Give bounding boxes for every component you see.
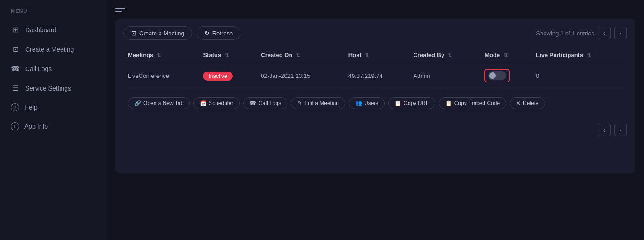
cell-mode: [480, 63, 531, 88]
sort-status-icon[interactable]: ⇅: [225, 53, 229, 58]
sidebar-item-label: Dashboard: [25, 26, 56, 34]
action-row: 🔗 Open a New Tab 📅 Scheduler ☎ Call Logs: [123, 92, 627, 111]
cell-created-by: Admin: [409, 63, 480, 88]
refresh-button[interactable]: ↻ Refresh: [197, 26, 241, 40]
col-created-on: Created On ⇅: [256, 47, 344, 63]
cell-live-participants: 0: [531, 63, 627, 88]
action-row-tr: 🔗 Open a New Tab 📅 Scheduler ☎ Call Logs: [123, 88, 627, 115]
users-button[interactable]: 👥 Users: [349, 97, 385, 109]
bottom-next-button[interactable]: ›: [614, 124, 627, 136]
meetings-panel: ⊡ Create a Meeting ↻ Refresh Showing 1 o…: [115, 19, 635, 173]
call-logs-action-button[interactable]: ☎ Call Logs: [243, 97, 287, 109]
scheduler-button[interactable]: 📅 Scheduler: [193, 97, 240, 109]
edit-icon: ✎: [297, 100, 302, 106]
create-meeting-label: Create a Meeting: [139, 30, 184, 37]
dashboard-icon: ⊞: [11, 25, 20, 34]
mode-toggle[interactable]: [488, 71, 506, 80]
sort-created-by-icon[interactable]: ⇅: [448, 53, 452, 58]
sidebar-item-label: Call Logs: [25, 65, 52, 72]
status-badge: Inactive: [203, 72, 232, 81]
refresh-label: Refresh: [212, 30, 233, 37]
toolbar-left: ⊡ Create a Meeting ↻ Refresh: [123, 26, 240, 40]
sidebar-item-service-settings[interactable]: ☰ Service Settings: [0, 78, 106, 98]
col-live-participants: Live Participants ⇅: [531, 47, 627, 63]
col-mode: Mode ⇅: [480, 47, 531, 63]
call-logs-icon: ☎: [11, 64, 20, 73]
sidebar: MENU ⊞ Dashboard ⊡ Create a Meeting ☎ Ca…: [0, 0, 106, 240]
users-icon: 👥: [355, 100, 362, 106]
sort-host-icon[interactable]: ⇅: [365, 53, 369, 58]
cell-host: 49.37.219.74: [344, 63, 409, 88]
action-row-cell: 🔗 Open a New Tab 📅 Scheduler ☎ Call Logs: [123, 88, 627, 115]
sidebar-item-label: Help: [24, 104, 38, 111]
sort-mode-icon[interactable]: ⇅: [503, 53, 508, 58]
delete-button[interactable]: ✕ Delete: [510, 97, 545, 109]
sidebar-item-dashboard[interactable]: ⊞ Dashboard: [0, 20, 106, 39]
toolbar: ⊡ Create a Meeting ↻ Refresh Showing 1 o…: [123, 26, 627, 40]
phone-icon: ☎: [249, 100, 256, 106]
col-created-by: Created By ⇅: [409, 47, 480, 63]
showing-entries-text: Showing 1 of 1 entries: [536, 30, 594, 37]
main-content: ⊡ Create a Meeting ↻ Refresh Showing 1 o…: [106, 0, 644, 240]
col-meetings: Meetings ⇅: [123, 47, 198, 63]
col-host: Host ⇅: [344, 47, 409, 63]
app-info-icon: i: [11, 122, 19, 130]
sort-participants-icon[interactable]: ⇅: [587, 53, 591, 58]
cell-meeting-name: LiveConference: [123, 63, 198, 88]
sidebar-item-create-meeting[interactable]: ⊡ Create a Meeting: [0, 39, 106, 59]
copy-url-icon: 📋: [395, 100, 401, 106]
cell-created-on: 02-Jan-2021 13:15: [256, 63, 344, 88]
mode-toggle-wrap: [484, 69, 510, 82]
sidebar-item-app-info[interactable]: i App Info: [0, 117, 106, 136]
sidebar-item-call-logs[interactable]: ☎ Call Logs: [0, 59, 106, 78]
sort-created-icon[interactable]: ⇅: [296, 53, 300, 58]
refresh-icon: ↻: [204, 29, 210, 37]
sort-meetings-icon[interactable]: ⇅: [157, 53, 161, 58]
copy-embed-code-button[interactable]: 📋 Copy Embed Code: [439, 97, 506, 109]
toggle-knob: [489, 72, 496, 79]
menu-label: MENU: [0, 8, 106, 20]
hamburger-button[interactable]: [115, 8, 635, 12]
create-meeting-button[interactable]: ⊡ Create a Meeting: [123, 26, 192, 40]
sidebar-item-help[interactable]: ? Help: [0, 98, 106, 117]
next-icon-bottom: ›: [620, 126, 622, 134]
close-icon: ✕: [516, 100, 521, 106]
sidebar-item-label: Create a Meeting: [25, 46, 74, 53]
toolbar-right: Showing 1 of 1 entries ‹ ›: [536, 27, 627, 39]
link-icon: 🔗: [134, 100, 141, 106]
meetings-table: Meetings ⇅ Status ⇅ Created On ⇅ Host ⇅: [123, 47, 627, 115]
table-row: LiveConference Inactive 02-Jan-2021 13:1…: [123, 63, 627, 88]
create-meeting-icon: ⊡: [131, 29, 136, 37]
help-icon: ?: [11, 103, 19, 111]
next-icon: ›: [620, 29, 622, 37]
next-page-button[interactable]: ›: [614, 27, 627, 39]
create-meeting-icon: ⊡: [11, 45, 20, 53]
sidebar-item-label: App Info: [24, 123, 48, 130]
copy-embed-icon: 📋: [445, 100, 452, 106]
edit-meeting-button[interactable]: ✎ Edit a Meeting: [291, 97, 345, 109]
bottom-prev-button[interactable]: ‹: [598, 124, 611, 136]
open-new-tab-button[interactable]: 🔗 Open a New Tab: [128, 97, 190, 109]
bottom-pagination: ‹ ›: [123, 124, 627, 136]
sidebar-item-label: Service Settings: [25, 85, 71, 92]
prev-icon: ‹: [603, 29, 606, 37]
col-status: Status ⇅: [198, 47, 256, 63]
prev-page-button[interactable]: ‹: [598, 27, 611, 39]
copy-url-button[interactable]: 📋 Copy URL: [388, 97, 435, 109]
prev-icon-bottom: ‹: [603, 126, 606, 134]
service-settings-icon: ☰: [11, 84, 20, 92]
cell-status: Inactive: [198, 63, 256, 88]
calendar-icon: 📅: [200, 100, 207, 106]
